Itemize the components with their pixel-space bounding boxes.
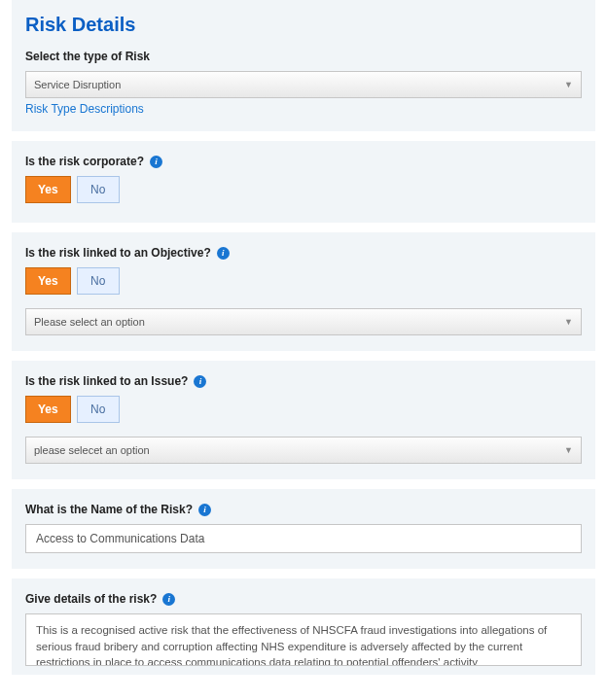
- section-issue: Is the risk linked to an Issue? i Yes No…: [12, 361, 595, 479]
- risk-details-label: Give details of the risk? i: [25, 592, 582, 606]
- objective-label: Is the risk linked to an Objective? i: [25, 246, 582, 260]
- risk-details-textarea[interactable]: [25, 613, 582, 666]
- risk-type-selected: Service Disruption: [34, 79, 121, 90]
- info-icon[interactable]: i: [150, 156, 162, 168]
- corporate-buttons: Yes No: [25, 176, 582, 203]
- objective-no-button[interactable]: No: [77, 267, 120, 295]
- page-title: Risk Details: [25, 14, 582, 36]
- section-objective: Is the risk linked to an Objective? i Ye…: [12, 232, 595, 351]
- corporate-yes-button[interactable]: Yes: [25, 176, 71, 203]
- risk-name-input[interactable]: [25, 524, 582, 553]
- issue-buttons: Yes No: [25, 396, 582, 423]
- issue-select-value: please selecet an option: [34, 444, 150, 456]
- issue-no-button[interactable]: No: [77, 396, 120, 423]
- info-icon[interactable]: i: [194, 375, 206, 388]
- section-corporate: Is the risk corporate? i Yes No: [12, 141, 595, 223]
- info-icon[interactable]: i: [198, 504, 211, 516]
- issue-yes-button[interactable]: Yes: [25, 396, 71, 423]
- objective-select-value: Please select an option: [34, 316, 145, 328]
- chevron-down-icon: ▼: [564, 80, 573, 89]
- section-risk-type: Risk Details Select the type of Risk Ser…: [12, 0, 595, 131]
- section-risk-details: Give details of the risk? i: [12, 578, 595, 675]
- corporate-no-button[interactable]: No: [77, 176, 120, 203]
- corporate-label: Is the risk corporate? i: [25, 155, 582, 168]
- chevron-down-icon: ▼: [564, 445, 573, 455]
- objective-select[interactable]: Please select an option ▼: [25, 308, 582, 335]
- objective-buttons: Yes No: [25, 267, 582, 295]
- info-icon[interactable]: i: [162, 593, 175, 606]
- objective-yes-button[interactable]: Yes: [25, 267, 71, 295]
- info-icon[interactable]: i: [217, 247, 230, 260]
- section-risk-name: What is the Name of the Risk? i: [12, 489, 595, 569]
- chevron-down-icon: ▼: [564, 317, 573, 327]
- issue-select[interactable]: please selecet an option ▼: [25, 437, 582, 464]
- risk-type-select[interactable]: Service Disruption ▼: [25, 71, 582, 98]
- issue-label: Is the risk linked to an Issue? i: [25, 374, 582, 388]
- risk-type-descriptions-link[interactable]: Risk Type Descriptions: [25, 102, 144, 116]
- risk-type-label: Select the type of Risk: [25, 50, 582, 63]
- risk-name-label: What is the Name of the Risk? i: [25, 503, 582, 516]
